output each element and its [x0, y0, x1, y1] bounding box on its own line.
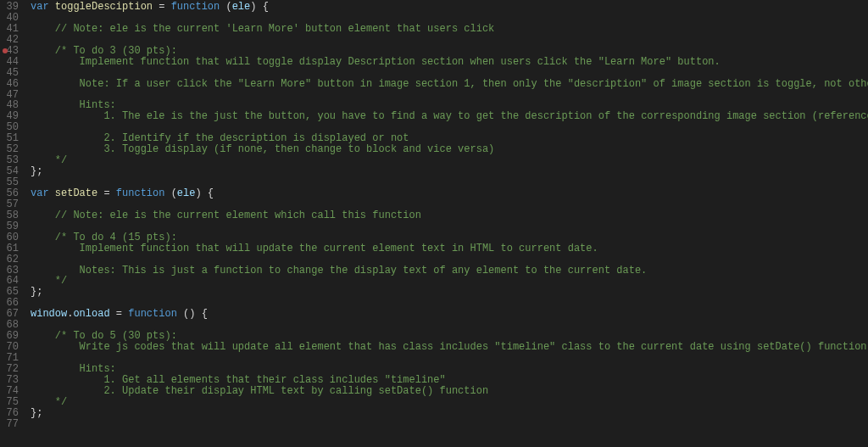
code-line[interactable]: };: [31, 408, 868, 419]
line-number: 57: [0, 199, 19, 210]
breakpoint-icon[interactable]: [3, 48, 8, 53]
line-number: 46: [0, 79, 19, 90]
code-line[interactable]: Note: If a user click the "Learn More" b…: [31, 79, 868, 90]
line-number: 74: [0, 386, 19, 397]
code-line[interactable]: [31, 419, 868, 430]
line-number: 44: [0, 57, 19, 68]
code-line[interactable]: var toggleDesciption = function (ele) {: [31, 2, 868, 13]
line-number: 72: [0, 364, 19, 375]
line-number: 60: [0, 232, 19, 243]
code-editor[interactable]: 3940414243444546474849505152535455565758…: [0, 0, 868, 430]
line-number: 58: [0, 210, 19, 221]
line-number: 45: [0, 68, 19, 79]
code-line[interactable]: [31, 90, 868, 101]
code-line[interactable]: 1. The ele is the just the button, you h…: [31, 111, 868, 122]
code-line[interactable]: window.onload = function () {: [31, 309, 868, 320]
code-line[interactable]: [31, 353, 868, 364]
line-number: 56: [0, 188, 19, 199]
code-line[interactable]: Notes: This is just a function to change…: [31, 265, 868, 277]
code-line[interactable]: */: [31, 155, 868, 166]
code-line[interactable]: Implement function that will toggle disp…: [31, 57, 868, 68]
code-line[interactable]: Implement function that will update the …: [31, 243, 868, 254]
line-number: 71: [0, 353, 19, 364]
code-line[interactable]: // Note: ele is the current element whic…: [31, 210, 868, 221]
line-number: 62: [0, 254, 19, 265]
line-number: 55: [0, 177, 19, 188]
code-line[interactable]: 3. Toggle display (if none, then change …: [31, 144, 868, 155]
line-number: 40: [0, 13, 19, 24]
code-line[interactable]: };: [31, 166, 868, 177]
code-line[interactable]: // Note: ele is the current 'Learn More'…: [31, 24, 868, 35]
code-line[interactable]: };: [31, 287, 868, 298]
line-number: 76: [0, 408, 19, 419]
code-line[interactable]: var setDate = function (ele) {: [31, 188, 868, 199]
line-number: 61: [0, 243, 19, 254]
code-line[interactable]: 2. Update their display HTML text by cal…: [31, 386, 868, 397]
code-line[interactable]: Write js codes that will update all elem…: [31, 342, 868, 353]
line-number: 73: [0, 375, 19, 386]
line-number: 41: [0, 24, 19, 35]
line-gutter: 3940414243444546474849505152535455565758…: [0, 2, 31, 430]
line-number: 42: [0, 35, 19, 46]
line-number: 77: [0, 419, 19, 430]
line-number: 59: [0, 221, 19, 232]
code-area[interactable]: var toggleDesciption = function (ele) { …: [31, 2, 868, 430]
line-number: 39: [0, 2, 19, 13]
code-line[interactable]: */: [31, 397, 868, 408]
line-number: 75: [0, 397, 19, 408]
code-line[interactable]: */: [31, 276, 868, 287]
